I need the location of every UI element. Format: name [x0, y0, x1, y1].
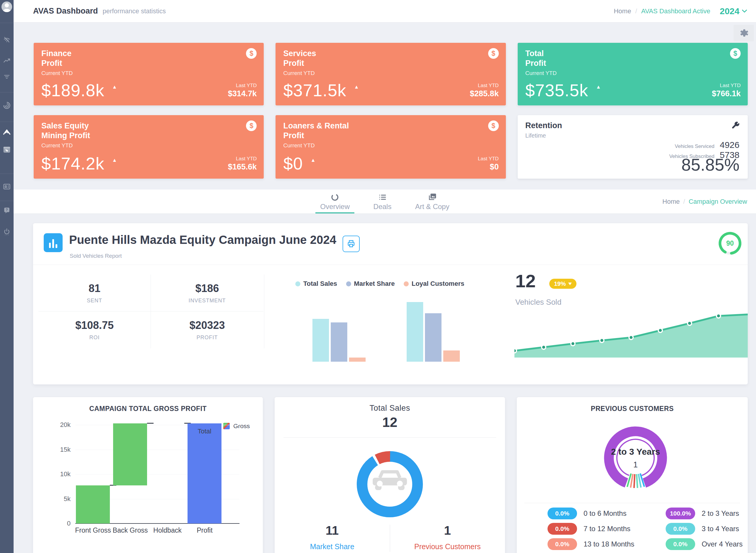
y-axis-tick: 5k	[44, 495, 71, 503]
campaign-total-gross-profit-card: CAMPAIGN TOTAL GROSS PROFIT Gross 05k10k…	[33, 397, 263, 553]
page-subtitle: performance statistics	[103, 7, 166, 15]
legend-total-sales[interactable]: Total Sales	[295, 280, 337, 288]
top-bar: AVAS Dashboard performance statistics Ho…	[14, 0, 756, 22]
divider	[33, 264, 748, 265]
breadcrumb-separator: /	[635, 7, 637, 15]
retention-percent: 85.85%	[681, 155, 740, 174]
mini-bar	[349, 358, 366, 362]
section-breadcrumb: Home / Campaign Overview	[662, 189, 747, 214]
kpi-value: $0▲	[283, 154, 316, 173]
kpi-value: $174.2k▲	[41, 154, 117, 173]
x-axis-label: Front Gross	[74, 527, 111, 534]
vehicles-sold-change-badge[interactable]: 19%	[549, 279, 577, 289]
legend-label: 2 to 3 Years	[702, 509, 739, 518]
kpi-period: Current YTD	[41, 70, 73, 76]
legend-loyal-customers[interactable]: Loyal Customers	[404, 280, 464, 288]
trending-up-icon[interactable]	[0, 56, 14, 65]
trend-up-icon: ▲	[112, 157, 117, 163]
wifi-icon[interactable]	[0, 35, 14, 44]
mini-bar	[443, 350, 460, 362]
breadcrumb-active: AVAS Dashboard Active	[641, 7, 710, 15]
vehicles-sold-label: Vehicles Sold	[515, 298, 561, 307]
target-icon[interactable]	[0, 101, 14, 110]
breadcrumb: Home / AVAS Dashboard Active 2024	[614, 6, 747, 16]
sidebar: ?	[0, 0, 14, 553]
waterfall-bar-front-gross	[76, 485, 110, 524]
price-tag-icon[interactable]	[0, 145, 14, 154]
waterfall-bar-profit	[187, 423, 222, 524]
breadcrumb-home-link[interactable]: Home	[614, 7, 631, 15]
percent-badge: 0.0%	[547, 507, 577, 519]
campaign-overview-card: Puente Hills Mazda Equity Campaign June …	[33, 223, 748, 384]
year-dropdown[interactable]: 2024	[720, 6, 747, 16]
tab-label: Overview	[320, 203, 350, 211]
stat-profit: $20323PROFIT	[151, 312, 263, 348]
wrench-icon[interactable]	[731, 121, 740, 130]
printer-icon	[347, 239, 356, 248]
sales-chart-legend: Total Sales Market Share Loyal Customers	[295, 280, 464, 288]
legend-dot	[346, 282, 351, 287]
kpi-grid: FinanceProfit Current YTD $189.8k▲ Last …	[34, 43, 748, 179]
kpi-card-services-profit: ServicesProfit Current YTD $371.5k▲ Last…	[276, 43, 506, 105]
contact-card-icon[interactable]	[0, 182, 14, 191]
settings-button[interactable]	[734, 25, 754, 41]
total-sales-donut	[343, 437, 437, 532]
logo-peak-icon[interactable]	[0, 128, 14, 136]
y-axis-tick: 20k	[44, 421, 71, 429]
campaign-score: 90	[717, 231, 742, 256]
tab-art-copy[interactable]: Art & Copy	[412, 189, 452, 214]
legend-row: 0.0%3 to 4 Years	[666, 523, 743, 535]
user-avatar[interactable]	[1, 1, 12, 12]
waterfall-connector	[147, 423, 154, 424]
retention-period: Lifetime	[525, 132, 546, 139]
print-button[interactable]	[343, 236, 360, 252]
campaign-subtitle: Sold Vehicles Report	[70, 253, 122, 259]
mini-bar	[407, 302, 423, 362]
power-icon[interactable]	[0, 227, 14, 236]
dollar-icon: $	[730, 48, 741, 59]
legend-dot	[295, 282, 300, 287]
total-sales-breakdown: 11 Market Share 1 Previous Customers	[275, 524, 505, 552]
filter-icon[interactable]	[0, 72, 14, 81]
kpi-card-total-profit: TotalProfit Current YTD $735.5k▲ Last YT…	[518, 43, 748, 105]
tab-overview[interactable]: Overview	[317, 189, 353, 214]
help-icon[interactable]: ?	[0, 206, 14, 215]
trend-up-icon: ▲	[354, 84, 359, 90]
svg-text:?: ?	[6, 208, 8, 212]
dollar-icon: $	[246, 121, 256, 131]
tab-strip: Overview Deals Art & Copy Home / Campaig…	[14, 189, 756, 214]
previous-customers-stat: 1 Previous Customers	[390, 524, 505, 552]
kpi-value: $735.5k▲	[525, 80, 601, 100]
kpi-value: $189.8k▲	[41, 80, 117, 100]
total-sales-value: 12	[275, 414, 505, 430]
legend-label: 13 to 18 Months	[584, 540, 634, 548]
page-title: AVAS Dashboard	[33, 6, 98, 16]
y-axis-tick: 0	[44, 520, 71, 527]
breadcrumb-home-link[interactable]: Home	[662, 198, 680, 206]
vehicles-sold-value: 12	[515, 270, 536, 292]
bar-chart-icon	[44, 233, 63, 252]
retention-row: Vehicles Serviced4926	[675, 140, 740, 150]
percent-badge: 0.0%	[547, 523, 577, 535]
legend-label: 0 to 6 Months	[584, 509, 626, 518]
year-value: 2024	[720, 6, 740, 16]
legend-market-share[interactable]: Market Share	[346, 280, 395, 288]
dollar-icon: $	[488, 121, 499, 131]
percent-badge: 0.0%	[547, 538, 577, 550]
market-share-stat: 11 Market Share	[275, 524, 390, 552]
breadcrumb-separator: /	[683, 198, 685, 206]
previous-customers-card: PREVIOUS CUSTOMERS 2 to 3 Years 1 0.0%0 …	[517, 397, 748, 553]
kpi-period: Current YTD	[283, 70, 314, 76]
divider	[524, 503, 740, 503]
sidebar-divider	[0, 92, 14, 92]
avas-dashboard-page: ? AVAS Dashboard performance statistics …	[0, 0, 756, 553]
campaign-score-ring: 90	[717, 231, 742, 256]
breadcrumb-active: Campaign Overview	[689, 198, 747, 206]
percent-badge: 100.0%	[666, 507, 695, 519]
tab-deals[interactable]: Deals	[370, 189, 394, 214]
stat-investment: $186INVESTMENT	[151, 274, 263, 312]
legend-label: 7 to 12 Months	[584, 525, 630, 533]
kpi-card-sales-equity-mining-profit: Sales EquityMining Profit Current YTD $1…	[34, 115, 264, 179]
previous-customers-donut	[597, 419, 674, 496]
kpi-period: Current YTD	[41, 142, 73, 149]
